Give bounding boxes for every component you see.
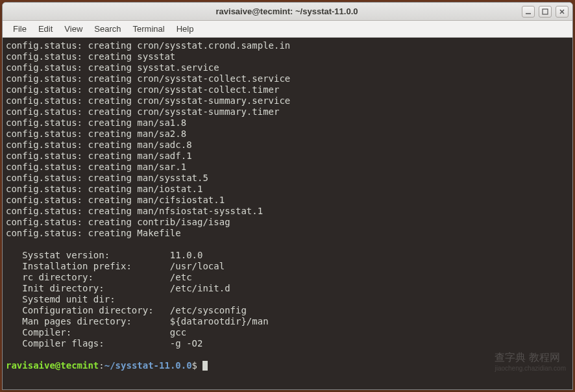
minimize-button[interactable] bbox=[522, 6, 535, 18]
menu-file[interactable]: File bbox=[8, 23, 32, 35]
window-controls bbox=[522, 6, 569, 18]
svg-rect-1 bbox=[543, 9, 548, 14]
sysstat-summary: Sysstat version: 11.0.0 Installation pre… bbox=[6, 250, 269, 349]
maximize-button[interactable] bbox=[539, 6, 552, 18]
terminal-window: ravisaive@tecmint: ~/sysstat-11.0.0 File… bbox=[2, 2, 573, 390]
prompt-symbol: $ bbox=[192, 360, 197, 371]
terminal-output[interactable]: config.status: creating cron/sysstat.cro… bbox=[3, 38, 572, 389]
cursor bbox=[202, 361, 208, 371]
watermark-url: jiaocheng.chazidian.com bbox=[495, 363, 566, 374]
watermark-text: 查字典 教程网 bbox=[495, 352, 559, 363]
prompt-user-host: ravisaive@tecmint bbox=[6, 360, 99, 371]
menu-view[interactable]: View bbox=[59, 23, 88, 35]
close-button[interactable] bbox=[556, 6, 569, 18]
menu-edit[interactable]: Edit bbox=[33, 23, 58, 35]
titlebar: ravisaive@tecmint: ~/sysstat-11.0.0 bbox=[3, 3, 572, 21]
config-status-lines: config.status: creating cron/sysstat.cro… bbox=[6, 40, 290, 238]
menu-help[interactable]: Help bbox=[171, 23, 199, 35]
menu-search[interactable]: Search bbox=[89, 23, 126, 35]
watermark: 查字典 教程网jiaocheng.chazidian.com bbox=[495, 352, 566, 374]
menu-terminal[interactable]: Terminal bbox=[128, 23, 170, 35]
window-title: ravisaive@tecmint: ~/sysstat-11.0.0 bbox=[52, 6, 522, 16]
prompt-separator: : bbox=[99, 360, 104, 371]
menubar: File Edit View Search Terminal Help bbox=[3, 21, 572, 38]
prompt-path: ~/sysstat-11.0.0 bbox=[104, 360, 192, 371]
